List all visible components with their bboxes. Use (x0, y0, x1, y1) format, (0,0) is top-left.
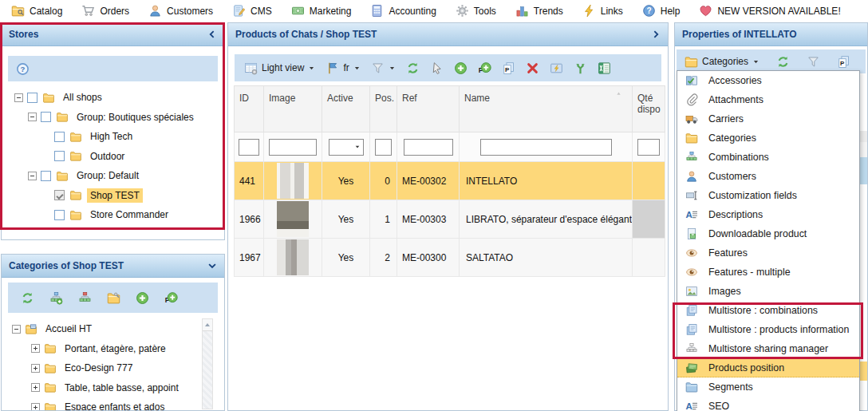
store-tree-item-group-default[interactable]: Group: Default (2, 166, 224, 186)
expand-toggle-icon[interactable] (14, 93, 23, 102)
product-row-1966[interactable]: 1966Yes1ME-00303LIBRATO, séparateur d'es… (235, 200, 665, 239)
filter-input-name[interactable] (480, 139, 612, 156)
top-menu-catalog[interactable]: Catalog (11, 4, 62, 18)
filter-input-pos[interactable] (375, 139, 392, 156)
top-menu-cms[interactable]: CMS (232, 4, 272, 18)
top-menu-accounting[interactable]: Accounting (370, 4, 436, 18)
expand-toggle-icon[interactable] (31, 403, 40, 411)
filter-input-ref[interactable] (404, 139, 453, 156)
menu-item-images[interactable]: Images (677, 282, 859, 301)
column-header-qt-dispo[interactable]: Qté dispo (633, 86, 665, 132)
chevron-down-icon[interactable] (207, 261, 217, 271)
expand-toggle-icon[interactable] (28, 113, 37, 121)
cell-qty[interactable] (633, 200, 665, 239)
column-header-id[interactable]: ID (235, 86, 264, 132)
store-checkbox[interactable] (41, 112, 51, 122)
store-tree-item-store-commander[interactable]: Store Commander (2, 205, 224, 225)
stores-help-badge-button[interactable]: ? (16, 62, 30, 76)
expand-toggle-icon[interactable] (31, 383, 40, 392)
chevron-right-icon[interactable] (651, 30, 661, 39)
menu-item-combinations[interactable]: Combinations (677, 148, 859, 167)
products-excel-button[interactable] (598, 61, 611, 75)
products-cursor-button[interactable] (430, 61, 444, 75)
expand-toggle-icon[interactable] (31, 364, 40, 373)
properties-funnel-button[interactable] (807, 55, 820, 69)
menu-item-customization-fields[interactable]: Customization fields (677, 186, 859, 205)
category-tree-item-accueil-ht[interactable]: Accueil HT (2, 319, 224, 339)
category-tree-item-table-table-basse-appoint[interactable]: Table, table basse, appoint (2, 378, 224, 398)
menu-item-multistore-combinations[interactable]: Multistore : combinations (677, 301, 859, 320)
categories-plus-circle-button[interactable] (136, 291, 149, 305)
filter-input-image[interactable] (269, 139, 317, 156)
scrollbar[interactable] (202, 318, 213, 409)
menu-item-descriptions[interactable]: ADescriptions (677, 205, 859, 224)
product-row-441[interactable]: 441Yes0ME-00302INTELLATO (235, 162, 665, 200)
store-tree-item-high-tech[interactable]: High Tech (2, 127, 224, 147)
column-header-ref[interactable]: Ref (397, 86, 460, 132)
products-funnel-button[interactable] (371, 61, 396, 75)
top-menu-orders[interactable]: Orders (81, 4, 129, 18)
categories-folder-tools-button[interactable] (107, 291, 120, 305)
store-checkbox[interactable] (27, 93, 37, 103)
products-delete-x-button[interactable] (526, 61, 539, 75)
products-split-arrows-button[interactable] (574, 61, 587, 75)
top-menu-customers[interactable]: Customers (148, 4, 213, 18)
filter-input-qt-dispo[interactable] (637, 139, 660, 156)
top-menu-new-version-available[interactable]: NEW VERSION AVAILABLE! (699, 4, 840, 18)
top-menu-help[interactable]: ?Help (642, 4, 681, 18)
menu-item-carriers[interactable]: Carriers (677, 109, 859, 128)
menu-item-multistore-products-information[interactable]: Multistore : products information (677, 320, 859, 339)
top-menu-trends[interactable]: Trends (515, 4, 563, 18)
menu-item-seo[interactable]: ASEO (677, 397, 859, 411)
properties-copy-pages-button[interactable]: P (837, 55, 850, 69)
top-menu-links[interactable]: Links (582, 4, 623, 18)
cell-qty[interactable] (633, 239, 665, 277)
categories-refresh-button[interactable] (21, 291, 34, 305)
column-header-image[interactable]: Image (264, 86, 322, 132)
menu-item-features[interactable]: Features (677, 243, 859, 263)
store-tree-item-group-boutiques-sp-ciales[interactable]: Group: Boutiques spéciales (2, 108, 224, 128)
menu-item-customers[interactable]: Customers (677, 167, 859, 186)
menu-item-multistore-sharing-manager[interactable]: Multistore sharing manager (677, 339, 859, 358)
top-menu-marketing[interactable]: Marketing (291, 4, 352, 18)
top-menu-tools[interactable]: Tools (456, 4, 496, 18)
active-filter-select[interactable] (329, 139, 364, 156)
column-header-pos[interactable]: Pos. (370, 86, 397, 132)
cell-qty[interactable] (633, 162, 665, 200)
store-tree-item-outdoor[interactable]: Outdoor (2, 147, 224, 167)
category-tree-item-portant-tag-re-pat-re[interactable]: Portant, étagère, patère (2, 339, 224, 359)
products-plus-circle-button[interactable] (454, 61, 468, 75)
menu-item-categories[interactable]: Categories (677, 128, 859, 148)
categories-sitemap-red-button[interactable] (78, 291, 92, 305)
products-refresh-button[interactable] (406, 61, 420, 75)
products-copy-pages-button[interactable]: P (502, 61, 515, 75)
store-checkbox[interactable] (54, 190, 65, 200)
products-flag-button[interactable]: fr (326, 61, 360, 75)
properties-folder-button[interactable]: Categories (685, 55, 760, 69)
menu-item-accessories[interactable]: Accessories (677, 71, 859, 90)
store-checkbox[interactable] (41, 171, 51, 181)
menu-item-features-multiple[interactable]: Features - multiple (677, 263, 859, 282)
filter-input-id[interactable] (239, 139, 259, 156)
menu-item-downloadable-product[interactable]: Downloadable product (677, 224, 859, 243)
menu-item-attachments[interactable]: Attachments (677, 90, 859, 109)
categories-sitemap-add-button[interactable] (49, 291, 63, 305)
column-header-active[interactable]: Active (322, 86, 370, 132)
expand-toggle-icon[interactable] (28, 172, 37, 180)
chevron-left-icon[interactable] (207, 30, 217, 39)
expand-toggle-icon[interactable] (31, 344, 40, 353)
category-tree-item-eco-design-777[interactable]: Eco-Design 777 (2, 358, 224, 378)
products-p-plus-circle-button[interactable]: P (478, 61, 491, 75)
scroll-up-icon[interactable] (203, 319, 212, 331)
category-tree-item-espace-enfants-et-ados[interactable]: Espace enfants et ados (2, 397, 224, 411)
menu-item-products-position[interactable]: Products position (677, 358, 859, 377)
products-flash-card-button[interactable] (550, 61, 563, 75)
store-checkbox[interactable] (54, 210, 65, 220)
store-tree-item-all-shops[interactable]: All shops (2, 88, 224, 108)
column-header-name[interactable]: Name (460, 86, 633, 132)
product-row-1967[interactable]: 1967Yes2ME-00300SALTATAO (235, 239, 665, 277)
store-tree-item-shop-test[interactable]: Shop TEST (2, 186, 224, 206)
properties-refresh-button[interactable] (776, 55, 790, 69)
store-checkbox[interactable] (54, 132, 65, 142)
products-table-view-button[interactable]: Light view (244, 61, 315, 75)
